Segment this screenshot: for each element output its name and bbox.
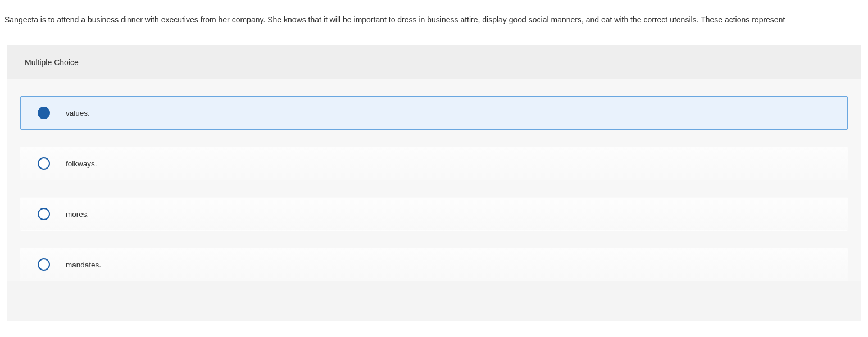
- option-label: mores.: [66, 210, 89, 218]
- radio-icon: [38, 107, 50, 119]
- option-mandates[interactable]: mandates.: [20, 248, 848, 281]
- option-mores[interactable]: mores.: [20, 197, 848, 231]
- option-values[interactable]: values.: [20, 96, 848, 130]
- option-folkways[interactable]: folkways.: [20, 147, 848, 180]
- radio-icon: [38, 258, 50, 271]
- quiz-container: Multiple Choice values. folkways. mores.…: [7, 45, 861, 321]
- question-text: Sangeeta is to attend a business dinner …: [0, 0, 868, 37]
- options-area: values. folkways. mores. mandates.: [7, 79, 861, 281]
- option-label: values.: [66, 109, 90, 117]
- radio-icon: [38, 208, 50, 220]
- option-label: folkways.: [66, 160, 97, 168]
- radio-icon: [38, 157, 50, 170]
- option-label: mandates.: [66, 261, 101, 269]
- question-type-label: Multiple Choice: [7, 45, 861, 79]
